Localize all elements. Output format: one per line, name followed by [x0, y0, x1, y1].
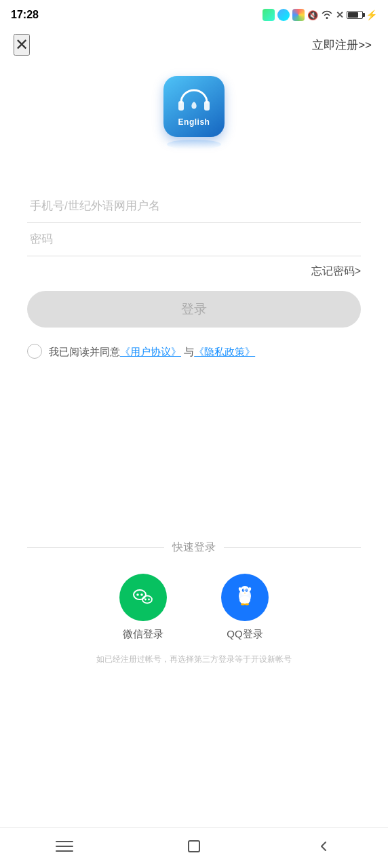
- privacy-policy-link[interactable]: 《隐私政策》: [194, 346, 255, 357]
- app-icon-1: [263, 9, 275, 21]
- username-input[interactable]: [27, 190, 361, 223]
- svg-point-4: [140, 593, 143, 596]
- wechat-label: 微信登录: [123, 628, 163, 641]
- status-time: 17:28: [11, 9, 39, 21]
- headphone-svg: [176, 86, 212, 120]
- logo-area: English: [0, 62, 388, 156]
- qq-label: QQ登录: [227, 628, 263, 641]
- divider-row: 快速登录: [27, 540, 361, 555]
- status-icons: 🔇 ✕ ⚡: [263, 9, 377, 21]
- user-agreement-link[interactable]: 《用户协议》: [120, 346, 181, 357]
- icon-reflection: [167, 140, 221, 149]
- forgot-row: 忘记密码>: [27, 256, 361, 291]
- svg-point-3: [136, 593, 139, 596]
- svg-point-6: [144, 599, 147, 601]
- bottom-nav: [0, 827, 388, 868]
- mute-icon: 🔇: [307, 10, 318, 20]
- svg-point-16: [239, 596, 250, 604]
- agree-text: 我已阅读并同意《用户协议》 与《隐私政策》: [49, 344, 255, 359]
- forgot-password-link[interactable]: 忘记密码>: [311, 264, 361, 279]
- quick-login-section: 快速登录 微信登录: [0, 520, 388, 679]
- wechat-login-item[interactable]: 微信登录: [119, 574, 167, 641]
- agree-row: 我已阅读并同意《用户协议》 与《隐私政策》: [27, 341, 361, 359]
- app-icon-3: [292, 9, 305, 21]
- social-row: 微信登录: [27, 574, 361, 641]
- svg-point-9: [240, 586, 250, 595]
- quick-login-title: 快速登录: [172, 540, 216, 555]
- password-group: [27, 223, 361, 256]
- app-name-label: English: [178, 117, 210, 127]
- svg-rect-1: [204, 101, 210, 111]
- app-icon-2: [277, 9, 290, 21]
- svg-point-13: [246, 589, 248, 591]
- divider-right: [224, 547, 361, 548]
- charge-icon: ⚡: [366, 9, 377, 20]
- home-button[interactable]: [177, 833, 211, 860]
- svg-point-7: [148, 599, 150, 601]
- menu-button[interactable]: [47, 833, 81, 860]
- svg-point-18: [245, 603, 249, 605]
- back-button[interactable]: [307, 833, 341, 860]
- form-area: 忘记密码> 登录 我已阅读并同意《用户协议》 与《隐私政策》: [0, 156, 388, 520]
- spacer: [0, 679, 388, 827]
- qq-icon: [221, 574, 269, 621]
- top-nav: ✕ 立即注册>>: [0, 27, 388, 62]
- login-button[interactable]: 登录: [27, 291, 361, 328]
- svg-point-17: [241, 603, 245, 605]
- app-icon: English: [163, 76, 225, 137]
- agree-and: 与: [184, 346, 194, 357]
- status-bar: 17:28 🔇 ✕ ⚡: [0, 0, 388, 27]
- svg-point-12: [243, 589, 244, 591]
- svg-point-5: [142, 595, 152, 603]
- agree-prefix: 我已阅读并同意: [49, 346, 120, 357]
- close-x-icon: ✕: [336, 9, 344, 20]
- wifi-icon: [321, 9, 333, 21]
- svg-point-2: [134, 590, 146, 599]
- wechat-icon: [119, 574, 167, 621]
- agree-checkbox[interactable]: [27, 344, 42, 359]
- register-link[interactable]: 立即注册>>: [312, 37, 372, 53]
- password-input[interactable]: [27, 223, 361, 256]
- username-group: [27, 190, 361, 223]
- svg-rect-0: [178, 101, 184, 111]
- divider-left: [27, 547, 164, 548]
- notice-text: 如已经注册过帐号，再选择第三方登录等于开设新帐号: [27, 653, 361, 666]
- close-button[interactable]: ✕: [14, 34, 30, 56]
- qq-login-item[interactable]: QQ登录: [221, 574, 269, 641]
- battery-indicator: [347, 11, 363, 19]
- svg-rect-22: [189, 841, 199, 852]
